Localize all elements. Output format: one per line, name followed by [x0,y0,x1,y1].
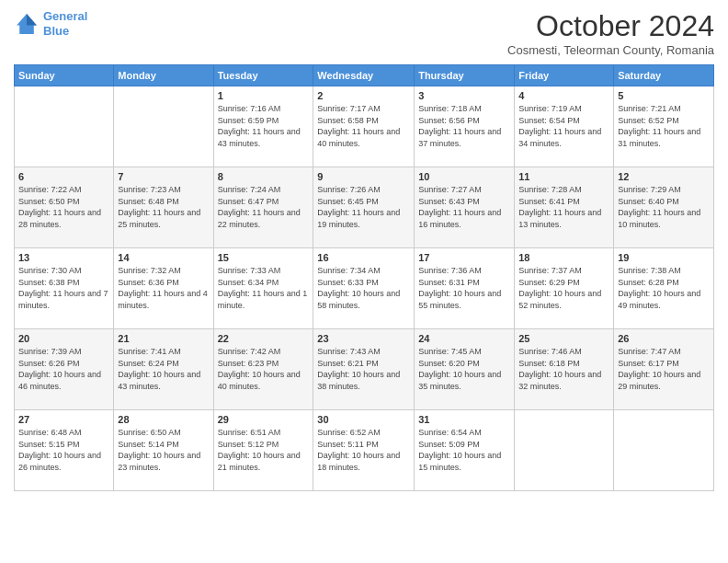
day-of-week-thursday: Thursday [415,65,515,86]
day-info: Sunrise: 6:50 AM Sunset: 5:14 PM Dayligh… [118,427,209,473]
day-info: Sunrise: 7:42 AM Sunset: 6:23 PM Dayligh… [218,346,310,392]
day-info: Sunrise: 7:27 AM Sunset: 6:43 PM Dayligh… [418,184,510,230]
day-info: Sunrise: 7:32 AM Sunset: 6:36 PM Dayligh… [118,265,209,311]
location-subtitle: Cosmesti, Teleorman County, Romania [507,43,714,57]
day-number: 15 [218,252,310,263]
calendar-cell [515,410,614,491]
day-info: Sunrise: 7:46 AM Sunset: 6:18 PM Dayligh… [518,346,609,392]
svg-marker-1 [27,14,37,25]
day-number: 31 [418,414,510,425]
day-number: 20 [18,333,109,344]
day-of-week-friday: Friday [515,65,614,86]
day-info: Sunrise: 7:26 AM Sunset: 6:45 PM Dayligh… [317,184,410,230]
day-of-week-monday: Monday [114,65,213,86]
calendar-cell: 28Sunrise: 6:50 AM Sunset: 5:14 PM Dayli… [114,410,213,491]
day-info: Sunrise: 7:16 AM Sunset: 6:59 PM Dayligh… [218,103,310,149]
calendar-cell: 26Sunrise: 7:47 AM Sunset: 6:17 PM Dayli… [614,329,714,410]
calendar-cell [114,86,213,167]
calendar-cell: 4Sunrise: 7:19 AM Sunset: 6:54 PM Daylig… [515,86,614,167]
calendar-cell: 21Sunrise: 7:41 AM Sunset: 6:24 PM Dayli… [114,329,213,410]
calendar-cell [614,410,714,491]
day-number: 23 [317,333,410,344]
day-number: 27 [18,414,109,425]
day-info: Sunrise: 7:23 AM Sunset: 6:48 PM Dayligh… [118,184,209,230]
calendar-cell: 17Sunrise: 7:36 AM Sunset: 6:31 PM Dayli… [415,248,515,329]
day-info: Sunrise: 7:17 AM Sunset: 6:58 PM Dayligh… [317,103,410,149]
logo-general: General [43,9,87,23]
day-info: Sunrise: 6:54 AM Sunset: 5:09 PM Dayligh… [418,427,510,473]
calendar-cell: 27Sunrise: 6:48 AM Sunset: 5:15 PM Dayli… [15,410,114,491]
day-number: 22 [218,333,310,344]
day-of-week-tuesday: Tuesday [213,65,313,86]
calendar-cell: 3Sunrise: 7:18 AM Sunset: 6:56 PM Daylig… [415,86,515,167]
day-info: Sunrise: 7:36 AM Sunset: 6:31 PM Dayligh… [418,265,510,311]
day-number: 14 [118,252,209,263]
day-info: Sunrise: 7:43 AM Sunset: 6:21 PM Dayligh… [317,346,410,392]
calendar-cell: 25Sunrise: 7:46 AM Sunset: 6:18 PM Dayli… [515,329,614,410]
calendar-week-row: 1Sunrise: 7:16 AM Sunset: 6:59 PM Daylig… [15,86,714,167]
day-number: 25 [518,333,609,344]
calendar-cell: 15Sunrise: 7:33 AM Sunset: 6:34 PM Dayli… [213,248,313,329]
calendar-week-row: 6Sunrise: 7:22 AM Sunset: 6:50 PM Daylig… [15,167,714,248]
day-info: Sunrise: 7:39 AM Sunset: 6:26 PM Dayligh… [18,346,109,392]
calendar-cell: 6Sunrise: 7:22 AM Sunset: 6:50 PM Daylig… [15,167,114,248]
calendar-cell: 29Sunrise: 6:51 AM Sunset: 5:12 PM Dayli… [213,410,313,491]
day-number: 24 [418,333,510,344]
day-number: 5 [618,90,710,101]
header: General Blue October 2024 Cosmesti, Tele… [14,9,714,57]
calendar-table: SundayMondayTuesdayWednesdayThursdayFrid… [14,64,714,491]
day-number: 30 [317,414,410,425]
logo-text: General Blue [43,9,87,38]
logo-blue: Blue [43,24,69,38]
day-info: Sunrise: 7:38 AM Sunset: 6:28 PM Dayligh… [618,265,710,311]
day-info: Sunrise: 6:48 AM Sunset: 5:15 PM Dayligh… [18,427,109,473]
day-number: 18 [518,252,609,263]
day-info: Sunrise: 7:41 AM Sunset: 6:24 PM Dayligh… [118,346,209,392]
day-number: 12 [618,171,710,182]
calendar-page: General Blue October 2024 Cosmesti, Tele… [0,0,728,563]
calendar-cell: 19Sunrise: 7:38 AM Sunset: 6:28 PM Dayli… [614,248,714,329]
day-of-week-saturday: Saturday [614,65,714,86]
title-block: October 2024 Cosmesti, Teleorman County,… [507,9,714,57]
day-info: Sunrise: 7:24 AM Sunset: 6:47 PM Dayligh… [218,184,310,230]
day-info: Sunrise: 7:30 AM Sunset: 6:38 PM Dayligh… [18,265,109,311]
day-info: Sunrise: 7:19 AM Sunset: 6:54 PM Dayligh… [518,103,609,149]
day-info: Sunrise: 6:52 AM Sunset: 5:11 PM Dayligh… [317,427,410,473]
calendar-cell: 31Sunrise: 6:54 AM Sunset: 5:09 PM Dayli… [415,410,515,491]
day-number: 9 [317,171,410,182]
calendar-cell: 18Sunrise: 7:37 AM Sunset: 6:29 PM Dayli… [515,248,614,329]
calendar-cell: 16Sunrise: 7:34 AM Sunset: 6:33 PM Dayli… [313,248,415,329]
day-number: 11 [518,171,609,182]
calendar-cell: 5Sunrise: 7:21 AM Sunset: 6:52 PM Daylig… [614,86,714,167]
day-of-week-sunday: Sunday [15,65,114,86]
day-info: Sunrise: 7:21 AM Sunset: 6:52 PM Dayligh… [618,103,710,149]
calendar-cell: 7Sunrise: 7:23 AM Sunset: 6:48 PM Daylig… [114,167,213,248]
day-info: Sunrise: 7:45 AM Sunset: 6:20 PM Dayligh… [418,346,510,392]
calendar-cell: 10Sunrise: 7:27 AM Sunset: 6:43 PM Dayli… [415,167,515,248]
day-info: Sunrise: 7:47 AM Sunset: 6:17 PM Dayligh… [618,346,710,392]
day-info: Sunrise: 7:18 AM Sunset: 6:56 PM Dayligh… [418,103,510,149]
calendar-cell: 9Sunrise: 7:26 AM Sunset: 6:45 PM Daylig… [313,167,415,248]
calendar-cell: 24Sunrise: 7:45 AM Sunset: 6:20 PM Dayli… [415,329,515,410]
day-number: 29 [218,414,310,425]
day-info: Sunrise: 7:22 AM Sunset: 6:50 PM Dayligh… [18,184,109,230]
day-info: Sunrise: 7:29 AM Sunset: 6:40 PM Dayligh… [618,184,710,230]
day-number: 1 [218,90,310,101]
day-number: 28 [118,414,209,425]
day-number: 6 [18,171,109,182]
day-info: Sunrise: 7:37 AM Sunset: 6:29 PM Dayligh… [518,265,609,311]
calendar-cell: 8Sunrise: 7:24 AM Sunset: 6:47 PM Daylig… [213,167,313,248]
day-number: 3 [418,90,510,101]
day-of-week-wednesday: Wednesday [313,65,415,86]
day-number: 2 [317,90,410,101]
day-info: Sunrise: 6:51 AM Sunset: 5:12 PM Dayligh… [218,427,310,473]
month-title: October 2024 [507,9,714,43]
calendar-cell: 23Sunrise: 7:43 AM Sunset: 6:21 PM Dayli… [313,329,415,410]
day-info: Sunrise: 7:34 AM Sunset: 6:33 PM Dayligh… [317,265,410,311]
day-number: 19 [618,252,710,263]
calendar-cell: 14Sunrise: 7:32 AM Sunset: 6:36 PM Dayli… [114,248,213,329]
calendar-cell: 22Sunrise: 7:42 AM Sunset: 6:23 PM Dayli… [213,329,313,410]
calendar-cell: 13Sunrise: 7:30 AM Sunset: 6:38 PM Dayli… [15,248,114,329]
day-number: 21 [118,333,209,344]
calendar-cell: 11Sunrise: 7:28 AM Sunset: 6:41 PM Dayli… [515,167,614,248]
